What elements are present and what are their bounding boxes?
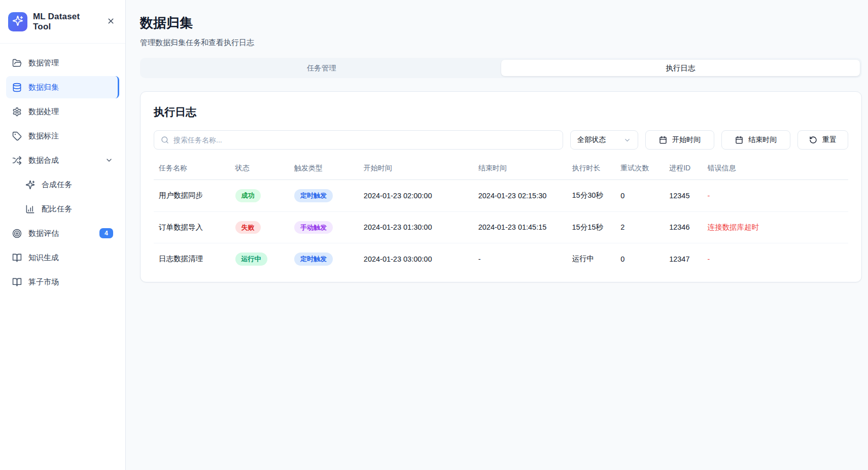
app-title: ML Dataset Tool — [33, 12, 99, 32]
sidebar-item-data-management[interactable]: 数据管理 — [6, 52, 119, 74]
retries-cell: 0 — [615, 243, 664, 275]
app-window: ML Dataset Tool 数据管理数据归集数据处理数据标注数据合成合成任务… — [0, 0, 868, 470]
sidebar-item-operator-market[interactable]: 算子市场 — [6, 271, 119, 293]
reset-button[interactable]: 重置 — [797, 130, 848, 150]
calendar-icon — [659, 136, 667, 144]
table-row: 日志数据清理运行中定时触发2024-01-23 03:00:00-运行中0123… — [154, 243, 848, 275]
chevron-down-icon — [623, 136, 631, 144]
retries-cell: 0 — [615, 180, 664, 212]
start-time-cell: 2024-01-23 03:00:00 — [359, 243, 473, 275]
column-header: 触发类型 — [289, 157, 359, 180]
sidebar-nav: 数据管理数据归集数据处理数据标注数据合成合成任务配比任务数据评估4知识生成算子市… — [0, 44, 125, 303]
task-name-cell: 日志数据清理 — [154, 243, 230, 275]
bar-chart-icon — [25, 204, 35, 214]
sidebar-header: ML Dataset Tool — [0, 0, 125, 44]
duration-cell: 运行中 — [567, 243, 616, 275]
shuffle-icon — [12, 156, 22, 165]
sidebar: ML Dataset Tool 数据管理数据归集数据处理数据标注数据合成合成任务… — [0, 0, 126, 470]
status-filter-select[interactable]: 全部状态 — [570, 130, 638, 150]
end-time-cell: 2024-01-23 02:15:30 — [473, 180, 567, 212]
column-header: 状态 — [230, 157, 289, 180]
execution-log-table: 任务名称状态触发类型开始时间结束时间执行时长重试次数进程ID错误信息 用户数据同… — [154, 157, 848, 275]
gear-icon — [12, 107, 22, 117]
execution-logs-panel: 执行日志 全部状态 — [140, 91, 862, 282]
table-row: 订单数据导入失败手动触发2024-01-23 01:30:002024-01-2… — [154, 211, 848, 243]
sidebar-item-data-synthesis[interactable]: 数据合成 — [6, 149, 119, 171]
status-cell: 运行中 — [230, 243, 289, 275]
status-cell: 成功 — [230, 180, 289, 212]
log-table-body: 用户数据同步成功定时触发2024-01-23 02:00:002024-01-2… — [154, 180, 848, 275]
sidebar-item-label: 合成任务 — [42, 180, 113, 190]
end-time-button[interactable]: 结束时间 — [721, 130, 790, 150]
book-open-icon — [12, 253, 22, 263]
panel-title: 执行日志 — [154, 105, 848, 119]
sidebar-item-synthesis-tasks[interactable]: 合成任务 — [19, 173, 119, 196]
folder-open-icon — [12, 58, 22, 68]
sidebar-item-data-processing[interactable]: 数据处理 — [6, 100, 119, 123]
search-input[interactable] — [173, 136, 556, 144]
sidebar-close-button[interactable] — [105, 15, 117, 29]
pid-cell: 12346 — [664, 211, 702, 243]
column-header: 重试次数 — [615, 157, 664, 180]
duration-cell: 15分15秒 — [567, 211, 616, 243]
error-message-cell: - — [702, 243, 848, 275]
end-time-cell: 2024-01-23 01:45:15 — [473, 211, 567, 243]
sidebar-item-data-labeling[interactable]: 数据标注 — [6, 125, 119, 147]
duration-cell: 15分30秒 — [567, 180, 616, 212]
calendar-icon — [735, 136, 743, 144]
count-badge: 4 — [99, 228, 113, 238]
status-badge: 失败 — [235, 221, 261, 234]
tag-icon — [12, 131, 22, 141]
column-header: 错误信息 — [702, 157, 848, 180]
status-badge: 成功 — [235, 189, 261, 202]
column-header: 进程ID — [664, 157, 702, 180]
chevron-down-icon — [105, 156, 113, 164]
tab-execution-logs[interactable]: 执行日志 — [501, 60, 860, 76]
sidebar-item-data-evaluation[interactable]: 数据评估4 — [6, 222, 119, 244]
sidebar-item-label: 知识生成 — [28, 253, 113, 263]
sidebar-item-label: 配比任务 — [42, 204, 113, 214]
sidebar-item-label: 数据管理 — [28, 58, 113, 68]
sparkles-icon — [25, 180, 35, 190]
table-header-row: 任务名称状态触发类型开始时间结束时间执行时长重试次数进程ID错误信息 — [154, 157, 848, 180]
end-time-cell: - — [473, 243, 567, 275]
search-box[interactable] — [154, 130, 563, 150]
trigger-type-badge: 定时触发 — [294, 189, 333, 202]
status-cell: 失败 — [230, 211, 289, 243]
sidebar-item-data-collection[interactable]: 数据归集 — [6, 76, 119, 98]
column-header: 执行时长 — [567, 157, 616, 180]
main-content: 数据归集 管理数据归集任务和查看执行日志 任务管理 执行日志 执行日志 全部状态 — [126, 0, 868, 470]
start-time-button[interactable]: 开始时间 — [645, 130, 714, 150]
tab-task-management[interactable]: 任务管理 — [142, 60, 501, 76]
sidebar-item-label: 数据合成 — [28, 156, 98, 165]
reset-label: 重置 — [822, 135, 837, 144]
end-time-label: 结束时间 — [748, 135, 777, 144]
start-time-label: 开始时间 — [672, 135, 701, 144]
target-icon — [12, 229, 22, 238]
column-header: 结束时间 — [473, 157, 567, 180]
page-subtitle: 管理数据归集任务和查看执行日志 — [140, 38, 862, 48]
column-header: 开始时间 — [359, 157, 473, 180]
filter-bar: 全部状态 开始时间 结束时间 — [154, 130, 848, 150]
book-open-icon — [12, 277, 22, 287]
task-name-cell: 用户数据同步 — [154, 180, 230, 212]
start-time-cell: 2024-01-23 01:30:00 — [359, 211, 473, 243]
task-name-cell: 订单数据导入 — [154, 211, 230, 243]
sidebar-item-label: 数据处理 — [28, 107, 113, 117]
sidebar-item-label: 数据评估 — [28, 229, 93, 238]
table-row: 用户数据同步成功定时触发2024-01-23 02:00:002024-01-2… — [154, 180, 848, 212]
close-icon — [107, 17, 115, 27]
error-message-cell: 连接数据库超时 — [702, 211, 848, 243]
trigger-type-badge: 定时触发 — [294, 252, 333, 266]
search-icon — [161, 136, 169, 144]
error-message-cell: - — [702, 180, 848, 212]
sidebar-item-label: 数据标注 — [28, 131, 113, 141]
database-icon — [12, 83, 22, 92]
start-time-cell: 2024-01-23 02:00:00 — [359, 180, 473, 212]
trigger-cell: 手动触发 — [289, 211, 359, 243]
sidebar-item-label: 算子市场 — [28, 277, 113, 287]
sidebar-item-ratio-tasks[interactable]: 配比任务 — [19, 198, 119, 220]
pid-cell: 12347 — [664, 243, 702, 275]
sidebar-item-knowledge-generation[interactable]: 知识生成 — [6, 246, 119, 269]
trigger-cell: 定时触发 — [289, 243, 359, 275]
